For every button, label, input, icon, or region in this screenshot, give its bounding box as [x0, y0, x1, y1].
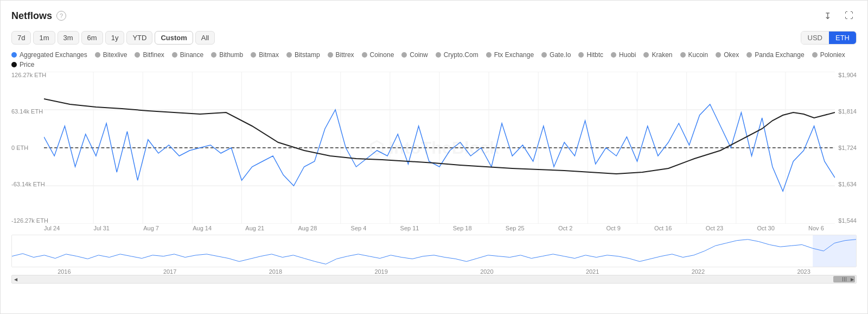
filter-3m[interactable]: 3m [58, 31, 79, 45]
filter-6m[interactable]: 6m [81, 31, 103, 45]
legend-dot-cryptocom [436, 52, 441, 58]
legend-dot-gateio [541, 52, 547, 58]
legend-aggregated[interactable]: Aggregated Exchanges [11, 51, 87, 59]
y-right-mid: $1,724 [838, 145, 857, 151]
x-label-sep18: Sep 18 [453, 225, 472, 231]
x-label-nov6: Nov 6 [808, 225, 824, 231]
legend-coinw[interactable]: Coinw [401, 51, 427, 59]
scroll-line-3 [846, 277, 846, 281]
legend: Aggregated Exchanges Bitexlive Bitfinex … [1, 49, 867, 72]
scroll-left-arrow[interactable]: ◀ [14, 277, 17, 282]
filter-ytd[interactable]: YTD [126, 31, 152, 45]
filter-1y[interactable]: 1y [105, 31, 125, 45]
filter-all[interactable]: All [195, 31, 215, 45]
main-container: Netflows ? ↧ ⛶ 7d 1m 3m 6m 1y YTD Custom… [0, 0, 868, 314]
x-label-sep11: Sep 11 [400, 225, 419, 231]
legend-label-binance: Binance [180, 51, 203, 59]
legend-dot-binance [172, 52, 177, 58]
legend-dot-bittrex [328, 52, 333, 58]
help-icon[interactable]: ? [56, 11, 66, 21]
legend-binance[interactable]: Binance [172, 51, 203, 59]
legend-huobi[interactable]: Huobi [611, 51, 636, 59]
scrollbar[interactable]: ◀ ▶ [11, 275, 857, 284]
legend-panda[interactable]: Panda Exchange [746, 51, 804, 59]
filter-7d[interactable]: 7d [11, 31, 31, 45]
legend-label-ftx: Ftx Exchange [494, 51, 534, 59]
filter-1m[interactable]: 1m [33, 31, 55, 45]
currency-usd[interactable]: USD [801, 32, 829, 44]
mini-chart-x-labels: 2016 2017 2018 2019 2020 2021 2022 2023 [1, 267, 867, 275]
x-axis-labels: Jul 24 Jul 31 Aug 7 Aug 14 Aug 21 Aug 28… [1, 224, 867, 231]
legend-label-aggregated: Aggregated Exchanges [20, 51, 87, 59]
legend-bitexlive[interactable]: Bitexlive [95, 51, 127, 59]
chart-svg [44, 72, 835, 224]
legend-bittrex[interactable]: Bittrex [328, 51, 354, 59]
legend-label-cryptocom: Crypto.Com [444, 51, 478, 59]
legend-dot-kucoin [680, 52, 686, 58]
mini-x-2020: 2020 [480, 268, 493, 275]
filter-custom[interactable]: Custom [155, 31, 193, 45]
legend-bitstamp[interactable]: Bitstamp [286, 51, 320, 59]
legend-dot-bitmax [251, 52, 256, 58]
legend-dot-coinone [362, 52, 367, 58]
y-right-bottom: $1,544 [838, 217, 857, 224]
y-right-lower: $1,634 [838, 181, 857, 187]
scroll-line-1 [843, 277, 843, 281]
x-label-aug21: Aug 21 [245, 225, 264, 231]
currency-eth[interactable]: ETH [829, 32, 856, 44]
legend-kraken[interactable]: Kraken [643, 51, 672, 59]
legend-bitmax[interactable]: Bitmax [251, 51, 279, 59]
scroll-right-arrow[interactable]: ▶ [851, 277, 854, 282]
legend-ftx[interactable]: Ftx Exchange [486, 51, 534, 59]
legend-label-okex: Okex [724, 51, 739, 59]
svg-rect-21 [12, 235, 856, 267]
legend-label-hitbtc: Hitbtc [586, 51, 603, 59]
legend-label-coinw: Coinw [410, 51, 427, 59]
mini-x-2018: 2018 [269, 268, 282, 275]
legend-price[interactable]: Price [11, 61, 34, 68]
legend-dot-price [11, 62, 17, 67]
mini-x-2016: 2016 [58, 268, 71, 275]
legend-okex[interactable]: Okex [716, 51, 739, 59]
legend-label-bithumb: Bithumb [219, 51, 243, 59]
legend-label-panda: Panda Exchange [755, 51, 804, 59]
y-label-bottom: -126.27k ETH [11, 217, 48, 224]
legend-dot-aggregated [11, 52, 17, 58]
legend-dot-huobi [611, 52, 616, 58]
legend-bitfinex[interactable]: Bitfinex [135, 51, 164, 59]
legend-dot-kraken [643, 52, 649, 58]
legend-label-bittrex: Bittrex [336, 51, 354, 59]
legend-kucoin[interactable]: Kucoin [680, 51, 709, 59]
mini-x-2022: 2022 [692, 268, 705, 275]
legend-hitbtc[interactable]: Hitbtc [578, 51, 603, 59]
legend-poloniex[interactable]: Poloniex [812, 51, 845, 59]
download-icon[interactable]: ↧ [820, 8, 835, 23]
legend-coinone[interactable]: Coinone [362, 51, 394, 59]
x-label-oct30: Oct 30 [757, 225, 774, 231]
legend-cryptocom[interactable]: Crypto.Com [436, 51, 478, 59]
scroll-line-2 [844, 277, 845, 281]
header-actions: ↧ ⛶ [820, 8, 857, 23]
x-label-oct16: Oct 16 [654, 225, 672, 231]
y-label-upper: 63.14k ETH [11, 108, 48, 115]
y-right-upper: $1,814 [838, 108, 857, 115]
legend-label-gateio: Gate.Io [550, 51, 571, 59]
legend-label-bitmax: Bitmax [259, 51, 279, 59]
legend-label-price: Price [20, 61, 34, 68]
legend-bithumb[interactable]: Bithumb [211, 51, 243, 59]
legend-gateio[interactable]: Gate.Io [541, 51, 571, 59]
x-label-jul31: Jul 31 [94, 225, 110, 231]
mini-x-2019: 2019 [374, 268, 387, 275]
legend-label-bitfinex: Bitfinex [143, 51, 164, 59]
mini-x-2023: 2023 [797, 268, 810, 275]
expand-icon[interactable]: ⛶ [841, 8, 857, 23]
legend-dot-bitstamp [286, 52, 292, 58]
title-area: Netflows ? [11, 10, 66, 22]
page-title: Netflows [11, 10, 52, 22]
x-label-jul24: Jul 24 [44, 225, 60, 231]
toolbar: 7d 1m 3m 6m 1y YTD Custom All USD ETH [1, 28, 867, 49]
mini-chart[interactable] [11, 235, 857, 267]
legend-label-kraken: Kraken [652, 51, 672, 59]
legend-dot-coinw [401, 52, 407, 58]
legend-dot-ftx [486, 52, 492, 58]
